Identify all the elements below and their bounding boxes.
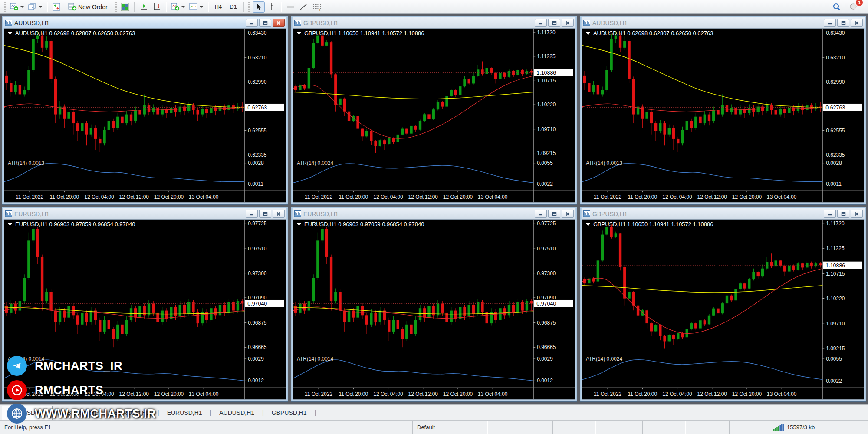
trendline-tool-button[interactable] (297, 1, 309, 13)
chart-tab[interactable]: GBPUSD,H1 (55, 407, 105, 419)
chart-tab-bar: AUDUSD,H1|GBPUSD,H1|EURUSD,H1|EURUSD,H1|… (0, 404, 868, 420)
svg-text:0.62763: 0.62763 (247, 105, 267, 111)
chart-window[interactable]: EURUSD,H1 0.977250.975100.973000.970900.… (2, 207, 288, 402)
chart-tab[interactable]: AUDUSD,H1 (212, 407, 262, 419)
chart-canvas[interactable]: 0.634300.632100.629900.625550.623350.627… (582, 28, 864, 203)
restore-button[interactable] (259, 19, 271, 27)
minimize-button[interactable] (535, 19, 547, 27)
new-order-button[interactable]: New Order (63, 1, 112, 13)
price-chart: 1.117201.112251.107151.102201.097101.092… (582, 220, 864, 399)
svg-text:12 Oct 20:00: 12 Oct 20:00 (154, 391, 184, 397)
chart-window[interactable]: AUDUSD,H1 0.634300.632100.629900.625550.… (2, 16, 288, 205)
chart-tab[interactable]: AUDUSD,H1 (2, 406, 53, 420)
notifications-button[interactable]: 1 (847, 1, 859, 13)
chart-canvas[interactable]: 0.634300.632100.629900.625550.623350.627… (4, 28, 286, 203)
new-chart-button[interactable] (8, 1, 26, 13)
close-button[interactable] (851, 19, 863, 27)
toolbar-separator (243, 2, 244, 12)
svg-text:12 Oct 20:00: 12 Oct 20:00 (154, 194, 184, 200)
window-titlebar[interactable]: AUDUSD,H1 (582, 17, 865, 28)
toolbar-grip[interactable] (115, 2, 117, 12)
restore-button[interactable] (548, 19, 560, 27)
chart-window[interactable]: GBPUSD,H1 1.117201.112251.107151.102201.… (291, 16, 577, 205)
status-cell (685, 421, 729, 434)
search-button[interactable] (831, 1, 843, 13)
time-axis: 11 Oct 202211 Oct 20:0012 Oct 04:0012 Oc… (305, 191, 508, 200)
tile-windows-button[interactable] (119, 1, 131, 13)
bid-price-box: 1.10886 (823, 262, 862, 269)
chart-tab[interactable]: EURUSD,H1 (160, 407, 210, 419)
chart-canvas[interactable]: 0.977250.975100.973000.970900.968750.966… (293, 219, 575, 400)
time-axis: 11 Oct 202211 Oct 20:0012 Oct 04:0012 Oc… (594, 191, 797, 200)
data-window-button[interactable] (50, 1, 62, 13)
close-button[interactable] (273, 210, 285, 218)
svg-text:0.0028: 0.0028 (826, 160, 842, 166)
svg-text:12 Oct 12:00: 12 Oct 12:00 (119, 391, 149, 397)
status-profile[interactable]: Default (412, 421, 487, 434)
chart-canvas[interactable]: 1.117201.112251.107151.102201.097101.092… (582, 219, 864, 400)
bid-price-box: 0.62763 (823, 104, 862, 111)
close-button[interactable] (562, 210, 574, 218)
chart-window[interactable]: AUDUSD,H1 0.634300.632100.629900.625550.… (580, 16, 866, 205)
svg-text:0.62335: 0.62335 (248, 152, 267, 158)
templates-button[interactable] (187, 1, 205, 13)
chart-window-icon (583, 210, 590, 217)
price-axis: 1.117201.112251.107151.102201.097101.092… (822, 220, 845, 352)
svg-text:GBPUSD,H1 1.10650 1.10941 1.1: GBPUSD,H1 1.10650 1.10941 1.10572 1.1088… (304, 30, 424, 36)
window-titlebar[interactable]: GBPUSD,H1 (582, 208, 865, 219)
close-button[interactable] (562, 19, 574, 27)
fibonacci-tool-button[interactable]: F (310, 1, 324, 13)
svg-text:13 Oct 04:00: 13 Oct 04:00 (189, 194, 219, 200)
chart-window[interactable]: GBPUSD,H1 1.117201.112251.107151.102201.… (580, 207, 866, 402)
restore-button[interactable] (837, 19, 849, 27)
svg-text:13 Oct 04:00: 13 Oct 04:00 (478, 391, 508, 397)
svg-text:13 Oct 04:00: 13 Oct 04:00 (767, 391, 797, 397)
chart-tab[interactable]: GBPUSD,H1 (264, 407, 314, 419)
status-cell (487, 421, 552, 434)
restore-button[interactable] (837, 210, 849, 218)
svg-text:F: F (319, 8, 322, 11)
minimize-button[interactable] (535, 210, 547, 218)
svg-text:12 Oct 12:00: 12 Oct 12:00 (408, 194, 438, 200)
window-titlebar[interactable]: EURUSD,H1 (3, 208, 286, 219)
svg-text:1.09710: 1.09710 (537, 126, 556, 132)
time-axis: 11 Oct 202211 Oct 20:0012 Oct 04:0012 Oc… (594, 388, 797, 397)
window-titlebar[interactable]: AUDUSD,H1 (3, 17, 286, 28)
cursor-tool-button[interactable] (253, 1, 265, 13)
chart-canvas[interactable]: 1.117201.112251.107151.102201.097101.092… (293, 28, 575, 203)
horizontal-line-tool-button[interactable] (284, 1, 296, 13)
crosshair-tool-button[interactable] (266, 1, 278, 13)
window-titlebar[interactable]: GBPUSD,H1 (293, 17, 575, 28)
new-order-icon (68, 3, 77, 11)
svg-text:11 Oct 2022: 11 Oct 2022 (594, 391, 622, 397)
chart-canvas[interactable]: 0.977250.975100.973000.970900.968750.966… (4, 219, 286, 400)
restore-button[interactable] (548, 210, 560, 218)
status-cell (552, 421, 595, 434)
chart-window[interactable]: EURUSD,H1 0.977250.975100.973000.970900.… (291, 207, 577, 402)
profiles-button[interactable] (26, 1, 44, 13)
auto-scroll-icon (152, 3, 161, 11)
window-titlebar[interactable]: EURUSD,H1 (293, 208, 575, 219)
minimize-button[interactable] (824, 210, 836, 218)
toolbar-grip[interactable] (248, 2, 250, 12)
svg-text:AUDUSD,H1 0.62698 0.62807 0.6: AUDUSD,H1 0.62698 0.62807 0.62650 0.6276… (15, 30, 135, 36)
minimize-button[interactable] (824, 19, 836, 27)
ma-slow-line (582, 286, 822, 293)
minimize-button[interactable] (246, 210, 258, 218)
notification-badge: 1 (856, 0, 863, 6)
timeframe-h4-button[interactable]: H4 (211, 1, 226, 13)
close-button[interactable] (851, 210, 863, 218)
chart-shift-button[interactable] (138, 1, 150, 13)
svg-text:ATR(14) 0.0013: ATR(14) 0.0013 (586, 160, 622, 166)
close-button[interactable] (273, 19, 285, 27)
ma-slow-line (4, 46, 244, 108)
indicators-button[interactable] (169, 1, 187, 13)
restore-button[interactable] (259, 210, 271, 218)
minimize-button[interactable] (246, 19, 258, 27)
toolbar-separator (208, 2, 208, 12)
toolbar-grip[interactable] (4, 2, 6, 12)
chart-tab[interactable]: EURUSD,H1 (107, 407, 157, 419)
auto-scroll-button[interactable] (151, 1, 163, 13)
timeframe-d1-button[interactable]: D1 (226, 1, 240, 13)
tab-separator: | (314, 409, 317, 416)
